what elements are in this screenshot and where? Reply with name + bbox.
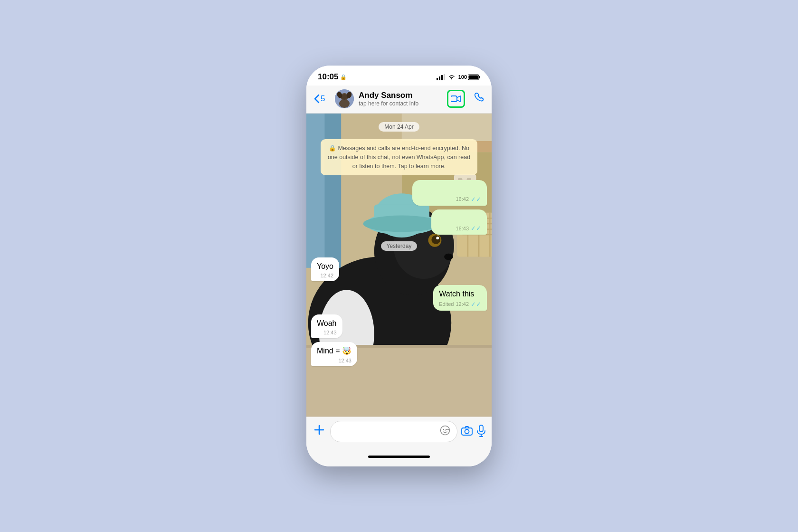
contact-sub: tap here for contact info — [359, 100, 418, 107]
status-bar: 10:05 🔒 100 — [306, 66, 492, 86]
date-separator-2: Yesterday — [311, 241, 487, 251]
sent-text-1 — [418, 185, 481, 193]
bubble-sent-1[interactable]: 16:42 ✓✓ — [412, 180, 487, 205]
encryption-notice[interactable]: 🔒 Messages and calls are end-to-end encr… — [321, 139, 477, 175]
msg-time-recv-3: 12:43 — [338, 358, 352, 363]
recv-message-woah: Woah 12:43 — [311, 314, 487, 338]
svg-point-11 — [342, 94, 347, 100]
camera-icon — [461, 426, 473, 436]
contact-info[interactable]: Andy Sansom tap here for contact info — [335, 89, 447, 108]
svg-rect-3 — [444, 74, 445, 80]
svg-rect-52 — [479, 425, 483, 432]
plus-icon — [313, 423, 326, 437]
recv-message-yoyo: Yoyo 12:42 — [311, 257, 487, 281]
bubble-sent-watch[interactable]: Watch this Edited 12:42 ✓✓ — [433, 285, 487, 310]
chat-messages: Mon 24 Apr 🔒 Messages and calls are end-… — [306, 114, 492, 417]
date-separator-1: Mon 24 Apr — [311, 122, 487, 132]
camera-button[interactable] — [461, 426, 473, 438]
msg-meta-2: 16:43 ✓✓ — [437, 225, 481, 232]
sent-text-watch: Watch this — [439, 290, 474, 298]
phone-frame: 10:05 🔒 100 — [306, 66, 492, 466]
chat-area: Mon 24 Apr 🔒 Messages and calls are end-… — [306, 114, 492, 417]
home-indicator-bar — [306, 452, 492, 466]
date-label-1: Mon 24 Apr — [379, 122, 419, 132]
phone-icon — [474, 92, 484, 103]
recv-text-3: Mind = 🤯 — [317, 347, 352, 355]
status-time: 10:05 🔒 — [318, 72, 347, 82]
phone-call-button[interactable] — [474, 92, 484, 105]
bubble-recv-1[interactable]: Yoyo 12:42 — [311, 257, 339, 281]
status-icons: 100 — [437, 74, 480, 80]
svg-rect-14 — [451, 96, 457, 102]
svg-point-10 — [339, 99, 350, 108]
msg-meta-1: 16:42 ✓✓ — [418, 196, 481, 203]
sticker-button[interactable] — [440, 425, 450, 438]
check-marks-watch: ✓✓ — [471, 301, 481, 308]
svg-rect-1 — [439, 76, 440, 80]
bubble-sent-2[interactable]: 16:43 ✓✓ — [431, 209, 487, 235]
svg-rect-6 — [479, 76, 481, 78]
video-camera-icon — [451, 95, 461, 103]
recv-message-mind: Mind = 🤯 12:43 — [311, 342, 487, 366]
battery-label: 100 — [458, 74, 467, 80]
msg-meta-recv-3: 12:43 — [317, 358, 352, 363]
avatar — [335, 89, 354, 108]
battery-icon: 100 — [458, 74, 480, 80]
sent-message-1643: 16:43 ✓✓ — [311, 209, 487, 235]
wifi-icon — [448, 74, 456, 80]
svg-rect-7 — [469, 75, 478, 79]
msg-time-watch: 12:42 — [456, 301, 469, 307]
input-bar — [306, 417, 492, 452]
msg-meta-recv-2: 12:43 — [317, 330, 337, 335]
back-chevron-icon — [314, 94, 320, 104]
recv-text-1: Yoyo — [317, 262, 333, 270]
msg-time-2: 16:43 — [456, 226, 469, 231]
contact-name: Andy Sansom — [359, 91, 418, 100]
msg-time-1: 16:42 — [456, 196, 469, 202]
svg-rect-0 — [437, 78, 438, 80]
bubble-recv-2[interactable]: Woah 12:43 — [311, 314, 342, 338]
bubble-recv-3[interactable]: Mind = 🤯 12:43 — [311, 342, 357, 366]
home-indicator — [368, 456, 430, 458]
sent-text-2 — [437, 214, 481, 222]
svg-point-4 — [451, 78, 452, 79]
video-call-button[interactable] — [447, 90, 465, 108]
back-count: 5 — [321, 94, 325, 104]
msg-meta-watch: Edited 12:42 ✓✓ — [439, 301, 481, 308]
sent-message-1642: 16:42 ✓✓ — [311, 180, 487, 205]
recv-text-2: Woah — [317, 319, 337, 327]
lock-icon: 🔒 — [340, 74, 347, 80]
svg-rect-2 — [441, 75, 443, 80]
sent-message-watch: Watch this Edited 12:42 ✓✓ — [311, 285, 487, 310]
msg-meta-recv-1: 12:42 — [317, 273, 333, 278]
check-marks-2: ✓✓ — [471, 225, 481, 232]
msg-time-recv-1: 12:42 — [320, 273, 333, 278]
nav-bar: 5 Andy Sansom tap here for contact info — [306, 86, 492, 114]
back-button[interactable]: 5 — [314, 94, 333, 104]
encryption-text: 🔒 Messages and calls are end-to-end encr… — [328, 145, 470, 170]
signal-icon — [437, 74, 445, 80]
contact-text: Andy Sansom tap here for contact info — [359, 91, 418, 107]
date-label-2: Yesterday — [381, 241, 418, 251]
mic-button[interactable] — [476, 425, 486, 439]
svg-point-51 — [465, 429, 469, 434]
nav-actions — [447, 90, 484, 108]
edited-label: Edited — [439, 301, 454, 307]
time-label: 10:05 — [318, 72, 338, 82]
sticker-icon — [440, 425, 450, 436]
message-input[interactable] — [330, 421, 457, 442]
microphone-icon — [476, 425, 486, 437]
svg-point-49 — [443, 429, 444, 430]
msg-time-recv-2: 12:43 — [323, 330, 337, 335]
plus-button[interactable] — [312, 423, 326, 440]
check-marks-1: ✓✓ — [471, 196, 481, 203]
